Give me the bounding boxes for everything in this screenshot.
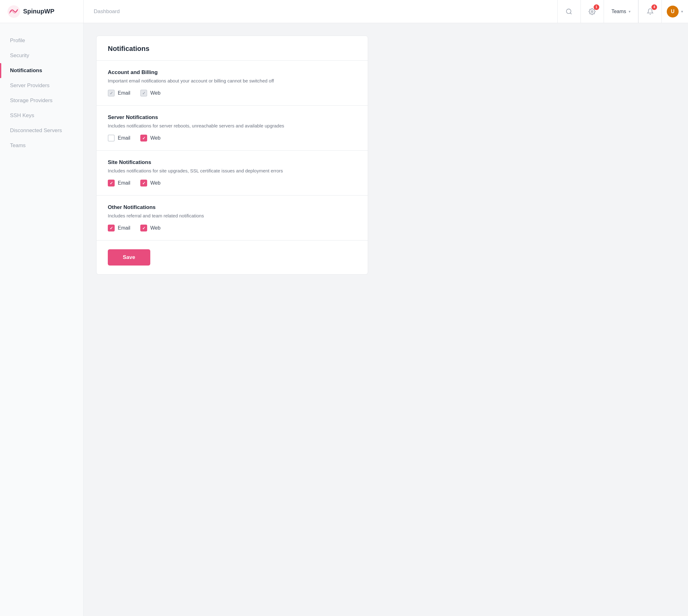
- site-notifications-section: Site Notifications Includes notification…: [96, 151, 368, 196]
- sidebar-item-profile[interactable]: Profile: [0, 33, 83, 48]
- other-notifications-email-checkbox[interactable]: ✓ Email: [108, 225, 130, 232]
- server-notifications-desc: Includes notifications for server reboot…: [108, 123, 357, 128]
- other-notifications-checkboxes: ✓ Email ✓ Web: [108, 225, 357, 232]
- account-billing-web-box: ✓: [140, 90, 147, 96]
- site-notifications-web-box: ✓: [140, 180, 147, 186]
- other-notifications-web-checkbox[interactable]: ✓ Web: [140, 225, 160, 232]
- other-notifications-desc: Includes referral and team related notif…: [108, 213, 357, 218]
- server-notifications-section: Server Notifications Includes notificati…: [96, 106, 368, 151]
- site-notifications-title: Site Notifications: [108, 159, 357, 166]
- search-button[interactable]: [557, 0, 581, 23]
- other-notifications-section: Other Notifications Includes referral an…: [96, 196, 368, 241]
- avatar: U: [667, 6, 679, 18]
- account-billing-email-checkbox[interactable]: ✓ Email: [108, 90, 130, 96]
- site-notifications-web-checkbox[interactable]: ✓ Web: [140, 180, 160, 186]
- server-notifications-title: Server Notifications: [108, 114, 357, 120]
- bell-badge: 4: [651, 4, 657, 10]
- account-billing-email-box: ✓: [108, 90, 115, 96]
- server-notifications-checkboxes: Email ✓ Web: [108, 135, 357, 141]
- checkmark-icon: ✓: [142, 136, 146, 140]
- server-notifications-web-label: Web: [150, 135, 160, 141]
- sidebar-item-ssh-keys[interactable]: SSH Keys: [0, 108, 83, 123]
- other-notifications-email-label: Email: [118, 225, 130, 231]
- site-notifications-checkboxes: ✓ Email ✓ Web: [108, 180, 357, 186]
- checkmark-icon: ✓: [142, 91, 146, 95]
- save-button[interactable]: Save: [108, 249, 150, 265]
- other-notifications-web-label: Web: [150, 225, 160, 231]
- logo-area: SpinupWP: [0, 0, 84, 23]
- account-billing-web-checkbox[interactable]: ✓ Web: [140, 90, 160, 96]
- checkmark-icon: ✓: [142, 226, 146, 230]
- card-header: Notifications: [96, 36, 368, 61]
- main-content: Notifications Account and Billing Import…: [84, 23, 688, 616]
- svg-point-3: [592, 10, 593, 13]
- site-notifications-web-label: Web: [150, 180, 160, 186]
- teams-label: Teams: [611, 9, 626, 14]
- other-notifications-web-box: ✓: [140, 225, 147, 232]
- dashboard-label: Dashboard: [94, 8, 120, 15]
- site-notifications-email-checkbox[interactable]: ✓ Email: [108, 180, 130, 186]
- logo-text: SpinupWP: [23, 8, 55, 15]
- header-actions: 1 Teams ▾ 4 U ▾: [557, 0, 688, 23]
- gear-button[interactable]: 1: [581, 0, 604, 23]
- site-notifications-desc: Includes notifications for site upgrades…: [108, 168, 357, 173]
- teams-button[interactable]: Teams ▾: [604, 0, 638, 23]
- notifications-card: Notifications Account and Billing Import…: [96, 36, 368, 274]
- sidebar-item-notifications[interactable]: Notifications: [0, 63, 83, 78]
- search-icon: [565, 8, 573, 15]
- site-notifications-email-box: ✓: [108, 180, 115, 186]
- layout: Profile Security Notifications Server Pr…: [0, 23, 688, 616]
- account-billing-title: Account and Billing: [108, 69, 357, 75]
- checkmark-icon: ✓: [110, 91, 113, 95]
- other-notifications-title: Other Notifications: [108, 204, 357, 211]
- bell-button[interactable]: 4: [638, 0, 662, 23]
- checkmark-icon: ✓: [110, 181, 113, 185]
- server-notifications-web-checkbox[interactable]: ✓ Web: [140, 135, 160, 141]
- svg-line-2: [571, 13, 572, 14]
- account-billing-web-label: Web: [150, 90, 160, 96]
- svg-point-1: [566, 9, 571, 14]
- server-notifications-email-box: [108, 135, 115, 141]
- page-title: Notifications: [108, 45, 357, 53]
- header-center: Dashboard: [84, 8, 557, 15]
- site-notifications-email-label: Email: [118, 180, 130, 186]
- server-notifications-email-checkbox[interactable]: Email: [108, 135, 130, 141]
- account-billing-desc: Important email notifications about your…: [108, 78, 357, 83]
- checkmark-icon: ✓: [142, 181, 146, 185]
- avatar-chevron-icon: ▾: [681, 9, 683, 14]
- gear-badge: 1: [594, 4, 599, 10]
- save-section: Save: [96, 241, 368, 274]
- chevron-down-icon: ▾: [629, 9, 630, 14]
- logo-icon: [7, 5, 20, 18]
- server-notifications-web-box: ✓: [140, 135, 147, 141]
- server-notifications-email-label: Email: [118, 135, 130, 141]
- sidebar: Profile Security Notifications Server Pr…: [0, 23, 84, 616]
- account-billing-email-label: Email: [118, 90, 130, 96]
- sidebar-item-storage-providers[interactable]: Storage Providers: [0, 93, 83, 108]
- header: SpinupWP Dashboard 1 Teams ▾: [0, 0, 688, 23]
- sidebar-item-teams[interactable]: Teams: [0, 138, 83, 153]
- sidebar-item-server-providers[interactable]: Server Providers: [0, 78, 83, 93]
- checkmark-icon: ✓: [110, 226, 113, 230]
- avatar-button[interactable]: U ▾: [662, 0, 688, 23]
- account-billing-section: Account and Billing Important email noti…: [96, 61, 368, 106]
- account-billing-checkboxes: ✓ Email ✓ Web: [108, 90, 357, 96]
- other-notifications-email-box: ✓: [108, 225, 115, 232]
- sidebar-item-security[interactable]: Security: [0, 48, 83, 63]
- sidebar-item-disconnected-servers[interactable]: Disconnected Servers: [0, 123, 83, 138]
- avatar-letter: U: [671, 9, 674, 14]
